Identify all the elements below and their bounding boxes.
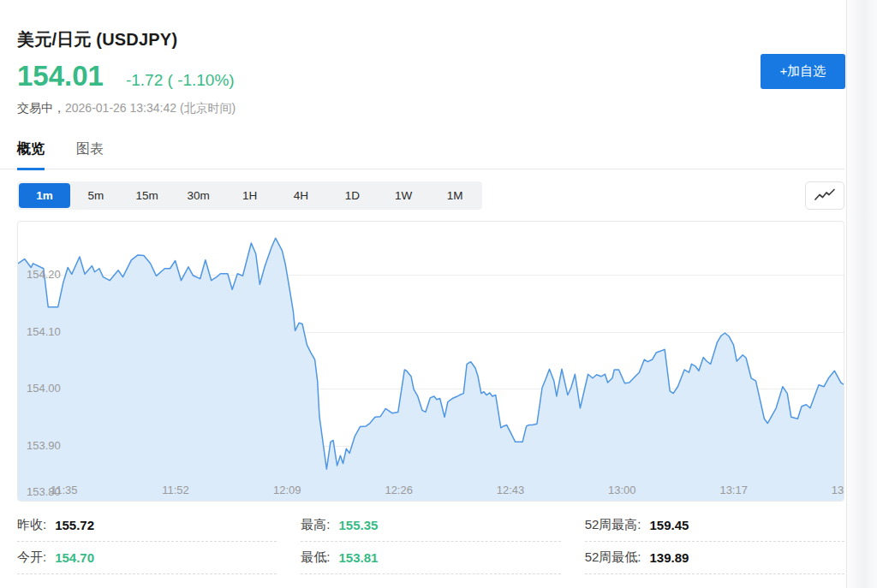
x-axis-label: 11:52 — [155, 484, 196, 496]
chart-type-button[interactable] — [805, 181, 844, 210]
price-area-series — [18, 222, 844, 501]
x-axis-label: 12:26 — [379, 484, 420, 496]
stats-column: 52周最高:159.4552周最低:139.89 — [585, 509, 844, 574]
quote-page: { "header": { "title": "美元/日元 (USDJPY)",… — [0, 0, 877, 588]
y-axis-label: 153.90 — [27, 439, 61, 453]
range-button-4h[interactable]: 4H — [275, 183, 326, 208]
tabbar-divider — [0, 169, 844, 169]
stat-value: 159.45 — [650, 518, 689, 532]
stat-label: 52周最低: — [585, 549, 641, 566]
price-change: -1.72 ( -1.10%) — [126, 71, 235, 90]
range-button-15m[interactable]: 15m — [122, 183, 173, 208]
y-axis-label: 154.10 — [27, 325, 61, 339]
stat-label: 今开: — [17, 549, 46, 566]
range-button-1m[interactable]: 1m — [19, 183, 70, 208]
y-axis-label: 154.00 — [27, 382, 61, 395]
x-axis-label: 12:09 — [266, 484, 307, 496]
x-axis-label: 13:34 — [825, 484, 844, 496]
stats-column: 最高:155.35最低:153.81 — [301, 509, 560, 574]
timeframe-toolbar: 1m5m15m30m1H4H1D1W1M — [17, 181, 482, 210]
x-axis-label: 11:35 — [44, 484, 85, 496]
line-chart-icon — [814, 188, 836, 203]
x-axis-label: 12:43 — [490, 484, 531, 496]
trading-status: 交易中，2026-01-26 13:34:42 (北京时间) — [17, 101, 236, 116]
quote-timestamp: 2026-01-26 13:34:42 (北京时间) — [65, 101, 236, 115]
quote-stats: 昨收:155.72今开:154.70最高:155.35最低:153.8152周最… — [17, 509, 844, 574]
last-price: 154.01 — [17, 60, 104, 92]
add-watchlist-button[interactable]: +加自选 — [761, 54, 845, 89]
stat-row-day-high: 最高:155.35 — [301, 509, 560, 542]
stat-row-open: 今开:154.70 — [17, 542, 277, 574]
tab-chart[interactable]: 图表 — [76, 140, 104, 170]
tab-bar: 概览图表 — [17, 140, 104, 170]
trading-status-label: 交易中， — [17, 101, 65, 115]
stat-value: 155.35 — [339, 518, 379, 532]
price-row: 154.01 -1.72 ( -1.10%) — [17, 60, 235, 92]
stat-row-52w-low: 52周最低:139.89 — [585, 542, 844, 574]
stat-label: 最高: — [301, 517, 330, 533]
x-axis-label: 13:00 — [601, 484, 642, 496]
tab-overview[interactable]: 概览 — [17, 140, 45, 170]
range-button-1d[interactable]: 1D — [326, 183, 378, 208]
range-button-30m[interactable]: 30m — [173, 183, 224, 208]
range-button-1w[interactable]: 1W — [378, 183, 429, 208]
stat-label: 昨收: — [17, 517, 46, 533]
stat-label: 52周最高: — [585, 517, 641, 533]
stat-row-prev-close: 昨收:155.72 — [17, 509, 277, 542]
range-button-5m[interactable]: 5m — [70, 183, 122, 208]
price-chart[interactable]: 154.20154.10154.00153.90153.8011:3511:52… — [17, 221, 844, 502]
stat-label: 最低: — [301, 549, 330, 566]
x-axis-label: 13:17 — [713, 484, 755, 496]
range-button-1m[interactable]: 1M — [429, 183, 480, 208]
page-gutter — [846, 0, 877, 588]
stat-value: 139.89 — [650, 550, 689, 565]
stat-row-day-low: 最低:153.81 — [301, 542, 560, 574]
stat-value: 155.72 — [55, 518, 94, 532]
y-axis-label: 154.20 — [27, 268, 61, 282]
stats-column: 昨收:155.72今开:154.70 — [17, 509, 277, 574]
stat-value: 154.70 — [55, 550, 94, 565]
range-button-1h[interactable]: 1H — [224, 183, 276, 208]
page-title: 美元/日元 (USDJPY) — [17, 28, 177, 51]
stat-row-52w-high: 52周最高:159.45 — [585, 509, 844, 542]
stat-value: 153.81 — [339, 550, 379, 565]
